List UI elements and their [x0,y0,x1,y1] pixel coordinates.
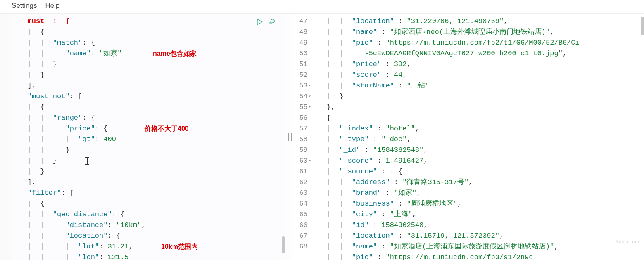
code-line: | | } [15,59,285,70]
code-line: | | | "location" : "31.15719, 121.572392… [314,231,644,241]
splitter-handle-icon: || [286,132,291,142]
line-number: 67 [296,231,307,241]
line-number: 62 [296,177,307,188]
code-line: | | "_id" : "1584362548", [314,145,644,156]
code-line: | | "_source" : : { [314,166,644,177]
line-number: 64 [296,199,307,209]
annotation: name包含如家 [153,48,197,59]
line-number: 63 [296,188,307,199]
line-number: 52 [296,70,307,80]
scrollbar-right[interactable] [640,14,644,260]
code-line: ], [15,177,285,188]
code-line: must : { [15,16,285,27]
run-icon[interactable] [255,18,264,28]
code-line: | | "_score" : 1.4916427, [314,156,644,166]
code-line: "must_not": [ [15,91,285,102]
menu-settings[interactable]: Settings [12,2,37,10]
code-line: | | "_type" : "_doc", [314,134,644,145]
line-number: 56 [296,113,307,123]
code-line: | | | "id" : 1584362548, [314,220,644,231]
code-line: | | "match": { [15,38,285,48]
menubar: Settings Help [0,0,644,14]
code-line: | | | "pic" : "https://m.tuniucdn.com/fb… [314,38,644,48]
line-number: 48 [296,27,307,38]
workspace: must : { | { | | "match": { | | | "name"… [0,14,644,260]
annotation: 价格不大于400 [145,123,189,134]
code-line: | | | "address" : "御青路315-317号", [314,177,644,188]
code-line: | | } [15,156,285,166]
code-line: | | | "score" : 44, [314,70,644,80]
code-line: | } [15,70,285,80]
line-number: 47 [296,16,307,27]
code-line: | | | "location": { [15,231,285,241]
line-number: 58 [296,134,307,145]
line-number: 50 [296,48,307,59]
code-line: | | | "price" : 392, [314,59,644,70]
code-line: | | } [314,91,644,102]
line-number: 53▾ [296,80,307,91]
code-line: | | "range": { [15,113,285,123]
code-line: | | "geo_distance": { [15,209,285,220]
line-numbers-right: 47484950515253▾54▾55▾5657585960▾61626364… [292,14,311,260]
code-line: | | | "brand" : "如家", [314,188,644,199]
code-line: | | | | -5cEwDEAAGRfQNNIV0AAgcT627_w200_… [314,48,644,59]
code-line: | | | "name" : "如家酒店(上海浦东国际旅游度假区御桥地铁站店)"… [314,241,644,252]
line-number: 65 [296,209,307,220]
menu-help[interactable]: Help [45,2,59,10]
code-right[interactable]: | | | "location" : "31.220706, 121.49876… [311,14,644,260]
line-number: 55▾ [296,102,307,113]
splitter[interactable]: || [285,14,292,260]
line-number: 49 [296,38,307,48]
line-number: 68 [296,241,307,252]
editor-actions [255,18,277,28]
editor-pane-right: 47484950515253▾54▾55▾5657585960▾61626364… [292,14,644,260]
code-line: | } [15,166,285,177]
code-line: | | | "pic" : "https://m.tuniucdn.com/fb… [314,252,644,260]
code-line: | | | } [15,145,285,156]
code-line: | | | | "lon": 121.5 [15,252,285,260]
code-line: | | | | "lat": 31.21, [15,241,285,252]
text-cursor-icon [87,157,88,165]
code-line: | | | "name" : "如家酒店·neo(上海外滩城隍庙小南门地铁站店)… [314,27,644,38]
code-line: | { [15,199,285,209]
code-line: | | | | "gt": 400 [15,134,285,145]
code-line: | }, [314,102,644,113]
line-number: 51 [296,59,307,70]
code-line: | { [15,102,285,113]
wrench-icon[interactable] [269,18,277,28]
code-line: | | | "location" : "31.220706, 121.49876… [314,16,644,27]
code-line: | | "_index" : "hotel", [314,123,644,134]
code-line: | | | "starName" : "二钻" [314,80,644,91]
line-number: 57 [296,123,307,134]
code-line: | | | "business" : "周浦康桥地区", [314,199,644,209]
scrollbar-left[interactable] [281,14,285,260]
line-number: 59 [296,145,307,156]
code-left[interactable]: must : { | { | | "match": { | | | "name"… [12,14,285,260]
code-line: | { [314,113,644,123]
line-number: 60▾ [296,156,307,166]
code-line: | | | "name": "如家" [15,48,285,59]
left-outer-gutter [0,14,12,260]
code-line: "filter": [ [15,188,285,199]
line-number: 61 [296,166,307,177]
code-line: | | | "distance": "10km", [15,220,285,231]
code-line: | { [15,27,285,38]
watermark: Yuten.com [615,239,639,245]
code-line: ], [15,80,285,91]
annotation: 10km范围内 [161,241,198,252]
code-line: | | | "city" : "上海", [314,209,644,220]
line-number: 54▾ [296,91,307,102]
editor-pane-left: must : { | { | | "match": { | | | "name"… [0,14,285,260]
line-number: 66 [296,220,307,231]
